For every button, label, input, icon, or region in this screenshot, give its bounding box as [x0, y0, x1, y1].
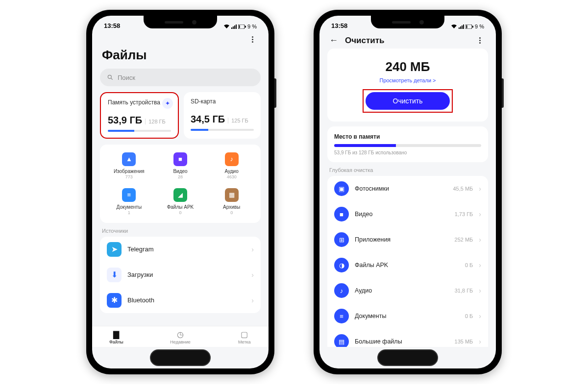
category-Изображения[interactable]: ▲ Изображения 773 [105, 149, 153, 182]
clean-button[interactable]: Очистить [366, 92, 450, 110]
deep-Большие файлы[interactable]: ▤ Большие файлы 135 МБ › [327, 329, 488, 347]
deep-name: Файлы APK [355, 262, 459, 269]
deep-icon: ▣ [334, 181, 349, 196]
deep-icon: ▤ [334, 334, 349, 347]
deep-icon: ♪ [334, 283, 349, 298]
svg-rect-1 [245, 25, 246, 27]
category-Документы[interactable]: ≡ Документы 1 [105, 185, 153, 218]
category-name: Документы [106, 204, 152, 210]
status-time: 13:58 [331, 22, 347, 29]
deep-name: Большие файлы [355, 338, 449, 345]
status-time: 13:58 [104, 22, 120, 29]
chevron-right-icon: › [479, 210, 481, 218]
nav-Недавние[interactable]: ◷Недавние [148, 326, 213, 347]
svg-point-3 [108, 75, 111, 78]
category-count: 4630 [208, 174, 255, 179]
source-Telegram[interactable]: ➤ Telegram › [100, 237, 261, 262]
signal-icon [459, 24, 464, 29]
svg-line-4 [111, 78, 113, 80]
deep-size: 0 Б [465, 313, 473, 319]
category-count: 773 [106, 174, 152, 179]
chevron-right-icon: › [251, 245, 254, 253]
deep-Видео[interactable]: ■ Видео 1,73 ГБ › [327, 201, 488, 227]
category-count: 0 [157, 210, 204, 215]
phone-left: 13:58 9 % Файлы Поиск Память устройства … [86, 10, 274, 374]
category-count: 28 [157, 174, 204, 179]
chevron-right-icon: › [251, 296, 254, 304]
chevron-right-icon: › [479, 312, 481, 320]
deep-Документы[interactable]: ≡ Документы 0 Б › [327, 303, 488, 329]
storage-total: 128 ГБ [145, 119, 166, 124]
storage-used: 34,5 ГБ [191, 114, 225, 125]
svg-rect-7 [466, 25, 467, 28]
deep-Файлы APK[interactable]: ◑ Файлы APK 0 Б › [327, 252, 488, 278]
deep-name: Аудио [355, 287, 449, 294]
chevron-right-icon: › [251, 271, 254, 279]
category-Видео[interactable]: ■ Видео 28 [156, 149, 205, 182]
category-Архивы[interactable]: ▦ Архивы 0 [207, 185, 256, 218]
more-icon[interactable] [473, 35, 486, 46]
category-Аудио[interactable]: ♪ Аудио 4630 [207, 149, 256, 182]
sources-label: Источники [102, 228, 259, 234]
bottom-nav: ▇Файлы◷Недавние▢Метка [92, 326, 269, 347]
notch [371, 16, 444, 28]
clean-card: 240 МБ Просмотреть детали > Очистить [327, 49, 488, 122]
clean-amount: 240 МБ [335, 59, 480, 74]
category-name: Архивы [208, 204, 255, 210]
category-icon: ◢ [173, 188, 187, 202]
deep-icon: ■ [334, 207, 349, 221]
memory-title: Место в памяти [334, 133, 481, 140]
signal-icon [231, 24, 237, 29]
deep-size: 0 Б [465, 262, 473, 268]
memory-card: Место в памяти 53,9 ГБ из 128 ГБ использ… [327, 126, 488, 162]
nav-Метка[interactable]: ▢Метка [212, 326, 269, 347]
nav-icon: ▢ [212, 330, 269, 339]
home-button[interactable] [319, 347, 496, 368]
search-input[interactable]: Поиск [100, 69, 261, 86]
more-icon[interactable] [246, 34, 259, 45]
clean-icon[interactable]: ✦ [162, 98, 173, 109]
chevron-right-icon: › [479, 287, 481, 294]
chevron-right-icon: › [479, 261, 481, 269]
source-Bluetooth[interactable]: ✱ Bluetooth › [100, 288, 261, 313]
nav-icon: ◷ [148, 330, 213, 339]
deep-size: 45,5 МБ [453, 186, 473, 192]
storage-card-1[interactable]: SD-карта 34,5 ГБ125 ГБ [184, 92, 261, 139]
deep-icon: ⊞ [334, 232, 349, 247]
battery-icon [238, 24, 246, 29]
deep-size: 1,73 ГБ [455, 211, 473, 217]
source-icon: ⬇ [107, 268, 122, 282]
category-name: Видео [157, 169, 204, 174]
back-button[interactable]: ← [329, 35, 338, 46]
search-icon [107, 74, 114, 81]
category-icon: ■ [173, 152, 187, 166]
details-link[interactable]: Просмотреть детали > [335, 77, 480, 83]
wifi-icon [223, 24, 230, 29]
chevron-right-icon: › [479, 185, 481, 193]
storage-card-0[interactable]: Память устройства ✦ 53,9 ГБ128 ГБ [100, 92, 179, 139]
nav-Файлы[interactable]: ▇Файлы [92, 326, 148, 347]
wifi-icon [451, 24, 457, 29]
source-name: Bluetooth [127, 296, 245, 304]
deep-icon: ◑ [334, 258, 349, 272]
category-name: Изображения [106, 169, 152, 174]
home-button[interactable] [92, 347, 269, 368]
nav-label: Метка [212, 340, 269, 344]
nav-icon: ▇ [92, 330, 148, 339]
category-name: Аудио [208, 169, 255, 174]
source-name: Telegram [127, 245, 245, 253]
deep-Аудио[interactable]: ♪ Аудио 31,8 ГБ › [327, 278, 488, 303]
battery-pct: 9 % [475, 24, 484, 29]
category-count: 1 [106, 210, 152, 215]
storage-label: Память устройства [108, 99, 171, 107]
page-title: Файлы [102, 48, 259, 63]
category-Файлы APK[interactable]: ◢ Файлы APK 0 [156, 185, 205, 218]
svg-rect-6 [472, 25, 473, 27]
deep-name: Фотоснимки [355, 185, 447, 192]
deep-Приложения[interactable]: ⊞ Приложения 252 МБ › [327, 227, 488, 252]
deep-size: 135 МБ [455, 339, 473, 344]
source-Загрузки[interactable]: ⬇ Загрузки › [100, 262, 261, 288]
highlight-clean-button: Очистить [363, 89, 453, 113]
source-icon: ✱ [107, 293, 122, 308]
deep-Фотоснимки[interactable]: ▣ Фотоснимки 45,5 МБ › [327, 176, 488, 201]
